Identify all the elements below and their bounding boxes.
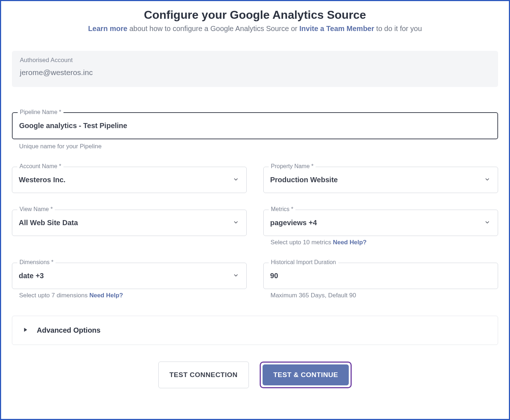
pipeline-name-input[interactable] xyxy=(13,113,497,139)
svg-marker-0 xyxy=(24,328,27,332)
view-name-label: View Name * xyxy=(17,206,55,213)
authorised-account-value: jerome@westeros.inc xyxy=(20,68,490,77)
learn-more-link[interactable]: Learn more xyxy=(88,25,127,32)
metrics-value: pageviews +4 xyxy=(264,210,498,236)
account-name-select[interactable]: Account Name * Westeros Inc. xyxy=(12,167,247,193)
config-form-container: Configure your Google Analytics Source L… xyxy=(0,0,510,420)
dimensions-select[interactable]: Dimensions * date +3 xyxy=(12,263,247,289)
historical-import-hint: Maximum 365 Days, Default 90 xyxy=(271,292,498,299)
account-name-label: Account Name * xyxy=(17,163,63,170)
metrics-hint: Select upto 10 metrics Need Help? xyxy=(271,239,498,246)
triangle-right-icon xyxy=(23,327,28,334)
account-name-value: Westeros Inc. xyxy=(12,167,246,193)
pipeline-name-field[interactable]: Pipeline Name * xyxy=(12,112,498,139)
dimensions-hint-text: Select upto 7 dimensions xyxy=(19,292,89,299)
dimensions-value: date +3 xyxy=(12,263,246,289)
dimensions-help-link[interactable]: Need Help? xyxy=(89,292,123,299)
authorised-account-label: Authorised Account xyxy=(20,57,490,64)
metrics-label: Metrics * xyxy=(269,206,295,213)
metrics-hint-text: Select upto 10 metrics xyxy=(271,239,333,246)
property-name-select[interactable]: Property Name * Production Website xyxy=(263,167,498,193)
view-name-value: All Web Site Data xyxy=(12,210,246,236)
metrics-help-link[interactable]: Need Help? xyxy=(333,239,367,246)
test-connection-button[interactable]: TEST CONNECTION xyxy=(158,362,249,388)
historical-import-input[interactable] xyxy=(264,263,498,289)
historical-import-label: Historical Import Duration xyxy=(269,259,338,266)
button-row: TEST CONNECTION TEST & CONTINUE xyxy=(12,362,498,388)
page-title: Configure your Google Analytics Source xyxy=(12,8,498,22)
property-name-value: Production Website xyxy=(264,167,498,193)
property-name-label: Property Name * xyxy=(269,163,316,170)
subtitle: Learn more about how to configure a Goog… xyxy=(12,25,498,33)
test-continue-highlight: TEST & CONTINUE xyxy=(260,362,352,388)
authorised-account-box: Authorised Account jerome@westeros.inc xyxy=(12,51,498,87)
metrics-select[interactable]: Metrics * pageviews +4 xyxy=(263,210,498,236)
dimensions-label: Dimensions * xyxy=(17,259,56,266)
advanced-options-label: Advanced Options xyxy=(37,326,101,334)
advanced-options-toggle[interactable]: Advanced Options xyxy=(12,316,498,345)
subtitle-text-mid: about how to configure a Google Analytic… xyxy=(127,25,299,32)
dimensions-hint: Select upto 7 dimensions Need Help? xyxy=(19,292,247,299)
pipeline-name-hint: Unique name for your Pipeline xyxy=(19,143,498,150)
invite-team-member-link[interactable]: Invite a Team Member xyxy=(299,25,374,32)
view-name-select[interactable]: View Name * All Web Site Data xyxy=(12,210,247,236)
pipeline-name-label: Pipeline Name * xyxy=(18,109,63,115)
test-continue-button[interactable]: TEST & CONTINUE xyxy=(263,364,349,385)
historical-import-field[interactable]: Historical Import Duration xyxy=(263,263,498,289)
header: Configure your Google Analytics Source L… xyxy=(12,8,498,33)
subtitle-text-end: to do it for you xyxy=(374,25,422,32)
